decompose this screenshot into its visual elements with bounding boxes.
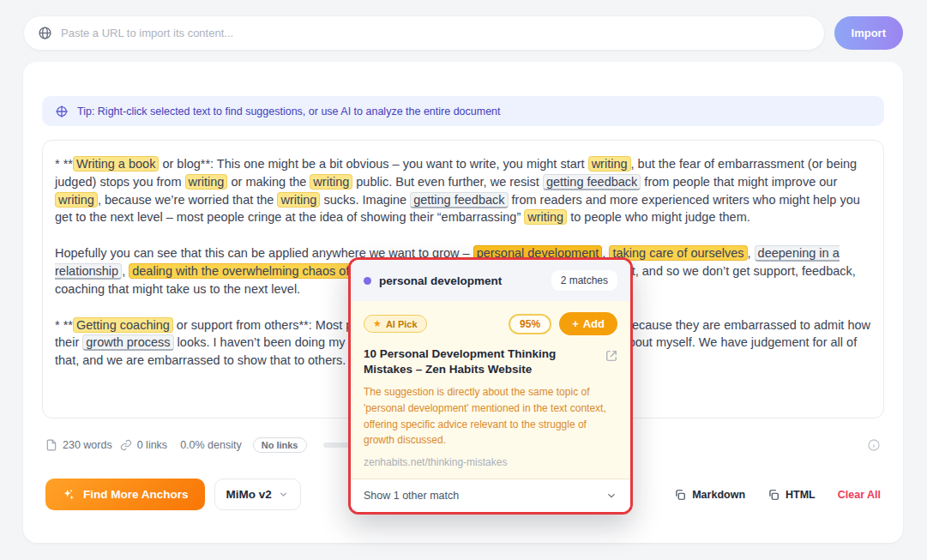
import-bar: Import <box>0 0 927 51</box>
text-segment: * ** <box>55 318 73 332</box>
link-count: 0 links <box>120 439 167 451</box>
add-button[interactable]: + Add <box>559 312 617 335</box>
chevron-down-icon <box>278 489 289 500</box>
model-select-value: MiMo v2 <box>226 488 272 501</box>
text-segment: or making the <box>227 175 310 189</box>
popup-anchor-term: personal development <box>379 274 502 287</box>
copy-icon <box>674 489 686 501</box>
density-label: 0.0% density <box>180 439 242 451</box>
anchor-highlight[interactable]: Getting coaching <box>73 317 173 333</box>
star-icon: ★ <box>373 318 382 329</box>
ai-pick-badge: ★ AI Pick <box>364 315 427 333</box>
text-segment: , because we’re worried that the <box>98 193 278 207</box>
plus-icon: + <box>572 317 579 330</box>
matches-badge: 2 matches <box>551 270 617 291</box>
copy-html-button[interactable]: HTML <box>767 489 816 501</box>
url-input[interactable] <box>61 27 810 39</box>
link-icon <box>120 439 132 451</box>
editor-paragraph: * **Writing a book or blog**: This one m… <box>55 155 871 226</box>
anchor-dot-icon <box>364 277 371 285</box>
globe-icon <box>38 26 52 40</box>
target-icon <box>55 105 69 118</box>
ai-pick-label: AI Pick <box>386 319 418 329</box>
anchor-highlight[interactable]: writing <box>310 174 352 190</box>
export-actions: Markdown HTML Clear All <box>674 489 881 501</box>
show-more-matches[interactable]: Show 1 other match <box>351 479 630 512</box>
anchor-highlight[interactable]: dealing with the overwhelming chaos of l… <box>129 263 372 279</box>
text-segment: from people that might improve our <box>641 175 837 189</box>
copy-icon <box>767 489 780 501</box>
text-segment: public. But even further, we resist <box>352 175 543 189</box>
score-badge: 95% <box>509 314 551 334</box>
show-more-label: Show 1 other match <box>364 490 459 502</box>
anchor-highlight[interactable]: growth process <box>82 334 173 351</box>
anchor-highlight[interactable]: getting feedback <box>543 174 641 190</box>
pick-row: ★ AI Pick 95% + Add <box>364 312 617 335</box>
suggestion-popup: personal development 2 matches ★ AI Pick… <box>348 257 633 515</box>
tip-banner: Tip: Right-click selected text to find s… <box>42 96 884 126</box>
copy-markdown-label: Markdown <box>692 489 745 501</box>
info-icon[interactable] <box>867 438 881 452</box>
popup-header: personal development 2 matches <box>351 260 630 301</box>
result-url: zenhabits.net/thinking-mistakes <box>364 456 617 468</box>
anchor-highlight[interactable]: writing <box>277 192 320 208</box>
import-button[interactable]: Import <box>834 16 903 50</box>
word-count: 230 words <box>45 439 112 451</box>
popup-body: ★ AI Pick 95% + Add 10 Personal Developm… <box>351 301 630 479</box>
text-segment: sucks. Imagine <box>320 193 410 207</box>
anchor-highlight[interactable]: taking care of ourselves <box>609 245 747 261</box>
copy-html-label: HTML <box>786 489 816 501</box>
external-link-icon[interactable] <box>605 350 617 362</box>
text-segment: * ** <box>55 157 73 171</box>
text-segment: , <box>748 246 755 260</box>
add-button-label: Add <box>583 317 605 330</box>
text-segment: or blog**: This one might be a bit obvio… <box>159 157 587 171</box>
anchor-highlight[interactable]: writing <box>185 174 228 190</box>
find-more-anchors-label: Find More Anchors <box>83 488 189 501</box>
suggestion-reason: The suggestion is directly about the sam… <box>364 384 617 448</box>
anchor-highlight[interactable]: getting feedback <box>410 192 508 208</box>
chevron-down-icon <box>605 490 617 502</box>
text-segment: to people who might judge them. <box>567 210 750 224</box>
model-select[interactable]: MiMo v2 <box>214 479 301 510</box>
no-links-badge: No links <box>253 437 307 453</box>
link-count-label: 0 links <box>137 439 167 451</box>
find-more-anchors-button[interactable]: Find More Anchors <box>45 479 205 510</box>
anchor-highlight[interactable]: writing <box>524 209 567 225</box>
result-title[interactable]: 10 Personal Development Thinking Mistake… <box>364 346 597 377</box>
anchor-highlight[interactable]: writing <box>55 192 98 208</box>
clear-all-button[interactable]: Clear All <box>838 489 881 501</box>
url-input-container <box>23 15 825 51</box>
tip-text: Tip: Right-click selected text to find s… <box>77 105 501 117</box>
document-icon <box>45 439 57 451</box>
copy-markdown-button[interactable]: Markdown <box>674 489 745 501</box>
result-title-row: 10 Personal Development Thinking Mistake… <box>364 346 617 377</box>
anchor-highlight[interactable]: writing <box>588 156 631 172</box>
sparkles-icon <box>62 488 75 502</box>
anchor-highlight[interactable]: Writing a book <box>73 156 159 172</box>
word-count-label: 230 words <box>63 439 112 451</box>
